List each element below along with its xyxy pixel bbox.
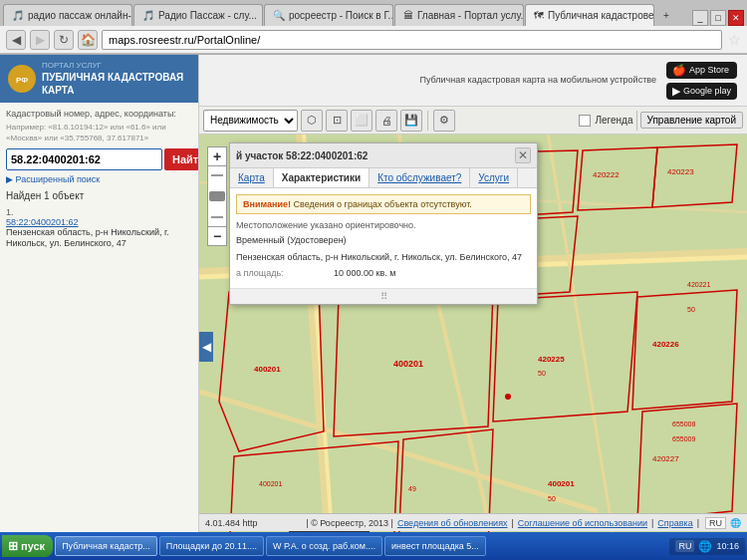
property-type-select[interactable]: Недвижимость xyxy=(203,110,298,132)
app-store-badge[interactable]: 🍎 App Store xyxy=(666,62,737,79)
zoom-out-btn[interactable]: − xyxy=(207,226,227,246)
popup-tab-who-serves[interactable]: Кто обслуживает? xyxy=(370,168,470,187)
status-left: 4.01.484 http xyxy=(205,518,258,528)
search-input[interactable] xyxy=(6,148,162,170)
popup-tab-services[interactable]: Услуги xyxy=(470,168,518,187)
taskbar-lang[interactable]: RU xyxy=(675,540,694,552)
start-button[interactable]: ⊞ пуск xyxy=(2,535,53,557)
advanced-search-link[interactable]: ▶ Расширенный поиск xyxy=(6,174,192,184)
search-label: Кадастровый номер, адрес, координаты: xyxy=(6,109,192,121)
svg-text:420223: 420223 xyxy=(667,167,694,176)
popup-close-btn[interactable]: ✕ xyxy=(515,147,531,163)
sidebar-header: РФ ПОРТАЛ УСЛУГ ПУБЛИЧНАЯ КАДАСТРОВАЯ КА… xyxy=(0,55,198,103)
status-globe-icon[interactable]: 🌐 xyxy=(730,518,741,528)
legend-checkbox[interactable] xyxy=(579,115,591,127)
home-btn[interactable]: 🏠 xyxy=(78,30,98,50)
new-tab-btn[interactable]: + xyxy=(655,4,675,26)
zoom-handle[interactable] xyxy=(209,191,225,201)
svg-marker-25 xyxy=(632,290,737,410)
windows-logo-icon: ⊞ xyxy=(8,539,18,553)
toolbar-cursor-btn[interactable]: ⬡ xyxy=(301,110,323,132)
taskbar-network-icon[interactable]: 🌐 xyxy=(698,540,712,553)
sidebar-logo-row: РФ ПОРТАЛ УСЛУГ ПУБЛИЧНАЯ КАДАСТРОВАЯ КА… xyxy=(8,61,190,97)
legend-row: Легенда xyxy=(579,115,632,127)
main-content: РФ ПОРТАЛ УСЛУГ ПУБЛИЧНАЯ КАДАСТРОВАЯ КА… xyxy=(0,55,747,559)
portal-label: ПОРТАЛ УСЛУГ xyxy=(42,61,190,71)
sidebar-title: ПУБЛИЧНАЯ КАДАСТРОВАЯ КАРТА xyxy=(42,71,190,97)
toolbar-select-area-btn[interactable]: ⬜ xyxy=(351,110,373,132)
tab-3-favicon: 🔍 xyxy=(273,10,285,21)
status-link-updates[interactable]: Сведения об обновлениях xyxy=(397,518,508,528)
map-area: Публичная кадастровая карта на мобильном… xyxy=(199,55,747,559)
result-link-1[interactable]: 58:22:0400201:62 xyxy=(6,217,192,227)
taskbar-tray: RU 🌐 10:16 xyxy=(669,538,745,555)
tab-5-favicon: 🗺 xyxy=(534,10,544,21)
result-item-1: 1. 58:22:0400201:62 Пензенская область, … xyxy=(6,205,192,250)
popup-resize-handle[interactable]: ⠿ xyxy=(230,288,537,304)
manage-map-button[interactable]: Управление картой xyxy=(640,112,743,129)
tab-1[interactable]: 🎵 радио пассаж онлайн- ✕ xyxy=(3,4,132,26)
result-address-1: Пензенская область, р-н Никольский, г. Н… xyxy=(6,227,192,250)
toolbar-save-btn[interactable]: 💾 xyxy=(400,110,422,132)
zoom-in-btn[interactable]: + xyxy=(207,146,227,166)
status-link-terms[interactable]: Соглашение об использовании xyxy=(518,518,647,528)
toolbar-print-btn[interactable]: 🖨 xyxy=(375,110,397,132)
popup-field-address: Пензенская область, р-н Никольский, г. Н… xyxy=(236,251,531,262)
sidebar-collapse-arrow[interactable]: ◀ xyxy=(199,332,213,362)
bookmark-icon[interactable]: ☆ xyxy=(728,32,741,48)
taskbar: ⊞ пуск Публичная кадастр... Площадки до … xyxy=(0,532,747,560)
warning-label: Внимание! xyxy=(243,199,291,209)
popup-scroll-area[interactable]: Временный (Удостоверен) Пензенская облас… xyxy=(236,234,531,282)
tab-2-favicon: 🎵 xyxy=(142,10,154,21)
tab-5[interactable]: 🗺 Публичная кадастрове... ✕ xyxy=(525,4,654,26)
svg-text:420222: 420222 xyxy=(593,170,620,179)
found-count: Найден 1 объект xyxy=(6,190,192,201)
minimize-btn[interactable]: _ xyxy=(692,10,708,26)
tab-2[interactable]: 🎵 Радио Пассаж - слу... ✕ xyxy=(133,4,263,26)
status-link-help[interactable]: Справка xyxy=(657,518,692,528)
maximize-btn[interactable]: □ xyxy=(710,10,726,26)
tab-2-label: Радио Пассаж - слу... xyxy=(158,10,257,21)
popup-tab-characteristics[interactable]: Характеристики xyxy=(274,168,370,187)
sidebar: РФ ПОРТАЛ УСЛУГ ПУБЛИЧНАЯ КАДАСТРОВАЯ КА… xyxy=(0,55,199,559)
svg-text:655008: 655008 xyxy=(672,420,695,427)
zoom-slider[interactable] xyxy=(207,166,227,226)
tab-3[interactable]: 🔍 росреестр - Поиск в Г... ✕ xyxy=(264,4,393,26)
toolbar-measure-btn[interactable]: ⊡ xyxy=(326,110,348,132)
search-button[interactable]: Найти xyxy=(164,148,198,170)
toolbar-settings-btn[interactable]: ⚙ xyxy=(433,110,455,132)
taskbar-item-1[interactable]: Публичная кадастр... xyxy=(55,536,157,556)
taskbar-item-2[interactable]: Площадки до 20.11.... xyxy=(159,536,264,556)
mobile-promo-text: Публичная кадастровая карта на мобильном… xyxy=(419,74,656,87)
popup-title: й участок 58:22:0400201:62 xyxy=(236,150,368,161)
status-bar: 4.01.484 http | © Росреестр, 2013 | Свед… xyxy=(199,513,747,531)
map-toolbar: Недвижимость ⬡ ⊡ ⬜ 🖨 💾 ⚙ Легенда Управле… xyxy=(199,107,747,135)
legend-label: Легенда xyxy=(595,115,632,126)
forward-btn[interactable]: ▶ xyxy=(30,30,50,50)
popup-status-value: Временный (Удостоверен) xyxy=(236,235,347,245)
svg-marker-18 xyxy=(652,144,737,207)
tab-4[interactable]: 🏛 Главная - Портал услу... ✕ xyxy=(394,4,524,26)
map-header: Публичная кадастровая карта на мобильном… xyxy=(199,55,747,107)
status-http-text: 4.01.484 http xyxy=(205,518,258,528)
svg-text:400201: 400201 xyxy=(254,365,281,374)
google-play-label: Google play xyxy=(683,86,731,96)
start-label: пуск xyxy=(21,540,45,552)
taskbar-item-3[interactable]: W Р.А. о созд. раб.ком.... xyxy=(266,536,382,556)
taskbar-time: 10:16 xyxy=(716,541,739,552)
taskbar-item-4[interactable]: инвест площадка 5... xyxy=(384,536,486,556)
close-btn[interactable]: ✕ xyxy=(728,10,744,26)
status-separator-1: | xyxy=(512,518,514,528)
refresh-btn[interactable]: ↻ xyxy=(54,30,74,50)
tab-4-label: Главная - Портал услу... xyxy=(417,10,524,21)
google-play-badge[interactable]: ▶ Google play xyxy=(666,83,737,100)
tab-1-favicon: 🎵 xyxy=(12,10,24,21)
svg-text:400201: 400201 xyxy=(548,479,575,488)
popup-tab-map[interactable]: Карта xyxy=(230,168,274,187)
logo-emblem-icon: РФ xyxy=(11,68,33,90)
address-bar[interactable] xyxy=(102,30,722,50)
status-language[interactable]: RU xyxy=(705,517,726,529)
status-separator-2: | xyxy=(651,518,653,528)
svg-text:49: 49 xyxy=(408,485,416,492)
back-btn[interactable]: ◀ xyxy=(6,30,26,50)
